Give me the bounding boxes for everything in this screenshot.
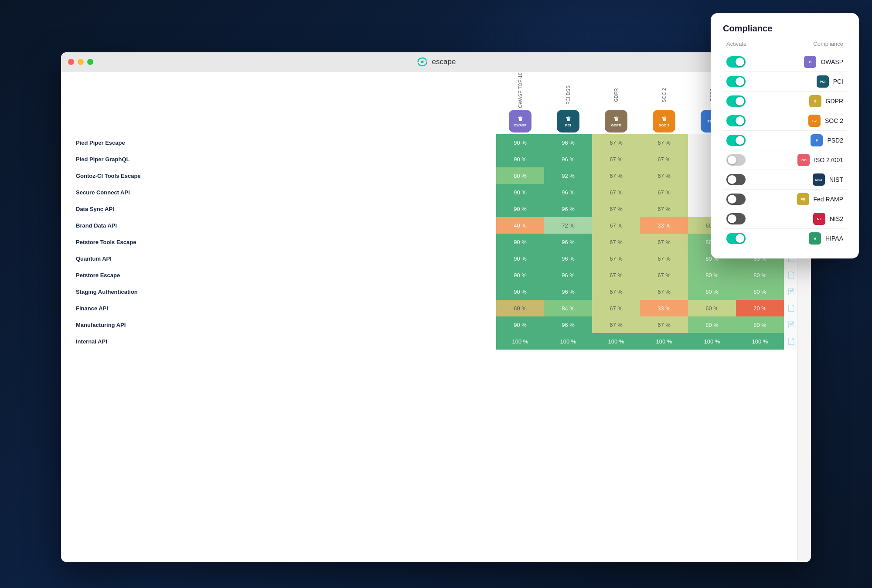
cell-10-3: 33 % bbox=[640, 300, 688, 316]
col-label-gdpr: GDPR bbox=[613, 82, 619, 108]
browser-content: OWASP TOP-10♛OWASPPCI DSS♛PCIGDPR♛GDPRSO… bbox=[61, 71, 811, 562]
cell-value-8-1: 96 % bbox=[545, 267, 592, 283]
cell-4-2: 67 % bbox=[592, 201, 640, 217]
compliance-right-psd2: PPSD2 bbox=[811, 134, 843, 146]
cell-value-5-2: 67 % bbox=[593, 218, 640, 233]
col-label-pci: PCI DSS bbox=[565, 82, 571, 108]
cell-value-4-1: 96 % bbox=[545, 201, 592, 217]
cell-7-2: 67 % bbox=[592, 250, 640, 267]
cell-value-8-0: 90 % bbox=[497, 267, 544, 283]
compliance-badge-iso: ISO bbox=[797, 154, 810, 166]
toggle-knob-psd2 bbox=[736, 136, 744, 145]
toggle-gdpr[interactable] bbox=[726, 95, 746, 107]
row-name-0: Pied Piper Escape bbox=[74, 134, 496, 151]
table-row: Staging Authentication90 %96 %67 %67 %80… bbox=[74, 283, 798, 300]
compliance-badge-soc2: S2 bbox=[808, 115, 821, 127]
cell-11-5: 80 % bbox=[736, 316, 784, 333]
row-action-12[interactable]: 📄 bbox=[784, 333, 798, 350]
toggle-psd2[interactable] bbox=[726, 135, 746, 146]
compliance-badge-hipaa: H bbox=[809, 232, 821, 245]
cell-value-11-3: 67 % bbox=[640, 317, 688, 333]
compliance-item-iso: ISOISO 27001 bbox=[723, 150, 847, 170]
cell-1-0: 90 % bbox=[496, 151, 544, 167]
cell-9-0: 90 % bbox=[496, 283, 544, 300]
compliance-item-fedramp: FRFed RAMP bbox=[723, 190, 847, 209]
table-row: Finance API60 %84 %67 %33 %60 %20 %📄 bbox=[74, 300, 798, 316]
toggle-knob-gdpr bbox=[736, 97, 744, 105]
compliance-name-iso: ISO 27001 bbox=[814, 156, 843, 163]
cell-8-4: 80 % bbox=[688, 267, 736, 283]
cell-9-1: 96 % bbox=[544, 283, 592, 300]
toggle-knob-iso bbox=[728, 156, 736, 164]
compliance-right-gdpr: GGDPR bbox=[809, 95, 843, 107]
cell-12-3: 100 % bbox=[640, 333, 688, 350]
compliance-table: OWASP TOP-10♛OWASPPCI DSS♛PCIGDPR♛GDPRSO… bbox=[74, 80, 798, 350]
toggle-knob-owasp bbox=[736, 58, 744, 66]
cell-9-5: 80 % bbox=[736, 283, 784, 300]
row-action-9[interactable]: 📄 bbox=[784, 283, 798, 300]
cell-value-9-2: 67 % bbox=[593, 284, 640, 299]
toggle-knob-hipaa bbox=[736, 234, 744, 243]
traffic-lights bbox=[68, 59, 93, 65]
cell-value-12-3: 100 % bbox=[640, 333, 688, 349]
col-label-soc2: SOC 2 bbox=[661, 82, 667, 108]
compliance-badge-pci: PCI bbox=[817, 75, 829, 88]
toggle-iso[interactable] bbox=[726, 154, 746, 166]
row-action-10[interactable]: 📄 bbox=[784, 300, 798, 316]
cell-value-12-0: 100 % bbox=[497, 333, 544, 349]
compliance-name-fedramp: Fed RAMP bbox=[814, 196, 843, 203]
cell-value-3-3: 67 % bbox=[640, 184, 688, 200]
cell-0-3: 67 % bbox=[640, 134, 688, 151]
row-action-11[interactable]: 📄 bbox=[784, 316, 798, 333]
cell-value-9-5: 80 % bbox=[736, 284, 783, 299]
row-name-10: Finance API bbox=[74, 300, 496, 316]
table-row: Brand Data API40 %72 %67 %33 %60 %20 %📄 bbox=[74, 217, 798, 234]
toggle-pci[interactable] bbox=[726, 76, 746, 87]
toggle-hipaa[interactable] bbox=[726, 233, 746, 244]
toggle-nis2[interactable] bbox=[726, 213, 746, 224]
cell-value-1-1: 96 % bbox=[545, 151, 592, 167]
cell-0-2: 67 % bbox=[592, 134, 640, 151]
toggle-knob-nis2 bbox=[728, 214, 736, 223]
cell-10-0: 60 % bbox=[496, 300, 544, 316]
cell-1-3: 67 % bbox=[640, 151, 688, 167]
api-column-header bbox=[74, 80, 496, 134]
toggle-fedramp[interactable] bbox=[726, 194, 746, 205]
table-container[interactable]: OWASP TOP-10♛OWASPPCI DSS♛PCIGDPR♛GDPRSO… bbox=[61, 71, 811, 562]
maximize-button[interactable] bbox=[87, 59, 93, 65]
cell-12-5: 100 % bbox=[736, 333, 784, 350]
cell-12-2: 100 % bbox=[592, 333, 640, 350]
cell-value-8-3: 67 % bbox=[640, 267, 688, 283]
cell-value-0-2: 67 % bbox=[593, 135, 640, 150]
row-action-8[interactable]: 📄 bbox=[784, 267, 798, 283]
cell-value-2-3: 67 % bbox=[640, 168, 688, 184]
cell-value-3-1: 96 % bbox=[545, 184, 592, 200]
toggle-soc2[interactable] bbox=[726, 115, 746, 126]
cell-5-0: 40 % bbox=[496, 217, 544, 234]
compliance-item-pci: PCIPCI bbox=[723, 72, 847, 92]
cell-3-0: 90 % bbox=[496, 184, 544, 201]
cell-2-2: 67 % bbox=[592, 167, 640, 184]
cell-10-4: 60 % bbox=[688, 300, 736, 316]
cell-11-4: 80 % bbox=[688, 316, 736, 333]
cell-8-5: 80 % bbox=[736, 267, 784, 283]
cell-value-10-0: 60 % bbox=[497, 300, 544, 316]
toggle-owasp[interactable] bbox=[726, 56, 746, 68]
cell-value-6-3: 67 % bbox=[640, 234, 688, 250]
toggle-nist[interactable] bbox=[726, 174, 746, 185]
minimize-button[interactable] bbox=[78, 59, 84, 65]
cell-value-9-3: 67 % bbox=[640, 284, 688, 299]
compliance-item-hipaa: HHIPAA bbox=[723, 229, 847, 248]
col-icon-text-soc2: SOC 2 bbox=[659, 123, 669, 127]
cell-8-0: 90 % bbox=[496, 267, 544, 283]
close-button[interactable] bbox=[68, 59, 74, 65]
cell-value-11-1: 96 % bbox=[545, 317, 592, 333]
cell-value-11-0: 90 % bbox=[497, 317, 544, 333]
cell-value-2-0: 80 % bbox=[497, 168, 544, 184]
compliance-right-nis2: N2NIS2 bbox=[813, 213, 843, 225]
cell-value-1-2: 67 % bbox=[593, 151, 640, 167]
table-row: Quantum API90 %96 %67 %67 %80 %80 %📄 bbox=[74, 250, 798, 267]
cell-value-2-1: 92 % bbox=[545, 168, 592, 184]
cell-value-1-0: 90 % bbox=[497, 151, 544, 167]
cell-value-7-0: 90 % bbox=[497, 251, 544, 266]
